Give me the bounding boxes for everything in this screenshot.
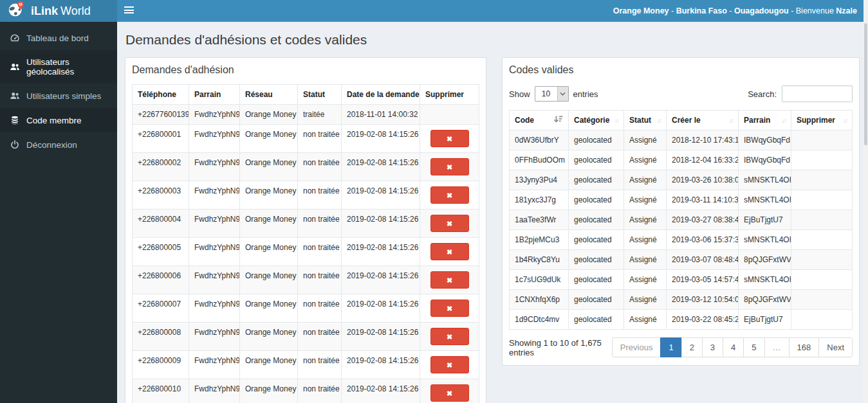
cell-statut: Assigné [624,210,667,230]
scrollbar-thumb[interactable] [864,23,867,145]
sidebar-item-tableau-de-bord[interactable]: Tableau de bord [0,26,117,50]
cell-telephone: +22677600139 [133,105,189,125]
membership-requests-panel-title: Demandes d'adhésion [125,58,486,84]
cell-code: 1CNXhfqX6p [510,290,569,310]
sortable-column-header[interactable]: Statut↓↑ [624,111,667,130]
sortable-column-header[interactable]: Parrain↓↑ [739,111,791,130]
cell-parrain: FwdhzYphN9 [189,379,240,403]
cell-statut: non traitée [298,379,342,403]
cell-parrain: EjBuTjgtU7 [739,210,791,230]
column-header[interactable]: Réseau [240,85,298,105]
cell-parrain: FwdhzYphN9 [189,181,240,210]
delete-button[interactable]: ✖ [430,158,469,175]
entries-select[interactable]: 10 [535,86,569,102]
sortable-column-header[interactable]: Supprimer↓↑ [791,111,853,130]
delete-button[interactable]: ✖ [430,243,469,260]
cell-parrain: 8pQJGFxtWV [739,290,791,310]
sidebar-toggle-hamburger-icon[interactable] [124,6,134,15]
cell-cree-le: 2019-03-11 14:10:36 [667,190,739,210]
cell-categorie: geolocated [569,170,624,190]
cell-categorie: geolocated [569,290,624,310]
valid-codes-table: CodeCatégorie↓↑Statut↓↑Créer le↓↑Parrain… [509,110,853,330]
sidebar-item-code-membre[interactable]: Code membre [0,108,117,132]
cell-statut: Assigné [624,250,667,270]
table-row: 1B2pjeMCu3geolocatedAssigné2019-03-06 15… [510,230,853,250]
show-label: Show [509,89,530,99]
delete-button[interactable]: ✖ [430,384,469,402]
cell-supprimer [791,230,853,250]
pagination-button-1[interactable]: 1 [660,337,681,357]
table-row: +226800003FwdhzYphN9Orange Moneynon trai… [133,181,479,210]
cell-supprimer: ✖ [420,323,479,351]
sidebar-item-utilisateurs-simples[interactable]: Utilisateurs simples [0,84,117,108]
user-info-segment: - [727,6,734,15]
sidebar-item-deconnexion[interactable]: Déconnexion [0,132,117,157]
user-info-segment: Nzale [836,6,857,15]
vertical-scrollbar[interactable] [863,0,868,403]
column-header-label: Statut [629,116,651,125]
cell-supprimer [791,270,853,290]
sortable-column-header[interactable]: Catégorie↓↑ [569,111,624,130]
pagination-button-next[interactable]: Next [818,337,853,357]
cell-cree-le: 2018-12-10 17:43:11 [667,130,739,150]
cell-date: 2019-02-08 14:15:26 [342,266,420,294]
sortable-column-header[interactable]: Créer le↓↑ [667,111,739,130]
cell-cree-le: 2019-03-26 10:38:08 [667,170,739,190]
cell-statut: Assigné [624,270,667,290]
column-header[interactable]: Supprimer [420,85,479,105]
pagination-button-5[interactable]: 5 [743,337,764,357]
column-header[interactable]: Statut [298,85,342,105]
cell-statut: Assigné [624,170,667,190]
cell-parrain: EjBuTjgtU7 [739,310,791,330]
table-row: +226800006FwdhzYphN9Orange Moneynon trai… [133,266,479,294]
cell-telephone: +226800005 [133,238,189,266]
cell-reseau: Orange Money [240,210,298,238]
sidebar-item-utilisateurs-geolocalises[interactable]: Utilisateurs géolocalisés [0,50,117,84]
cell-parrain: 8pQJGFxtWV [739,250,791,270]
column-header-label: Créer le [672,116,701,125]
delete-button[interactable]: ✖ [430,300,469,317]
membership-requests-panel: Demandes d'adhésion TéléphoneParrainRése… [125,57,486,403]
cell-statut: non traitée [298,125,342,153]
table-row: +226800009FwdhzYphN9Orange Moneynon trai… [133,351,479,379]
delete-button[interactable]: ✖ [430,356,469,373]
delete-button[interactable]: ✖ [430,271,469,289]
svg-text:$: $ [20,2,22,6]
cell-categorie: geolocated [569,150,624,170]
cell-cree-le: 2019-03-12 10:54:00 [667,290,739,310]
cell-supprimer: ✖ [420,351,479,379]
column-header[interactable]: Parrain [189,85,240,105]
page-length-control: Show 10 entries [509,86,598,102]
column-header[interactable]: Date de la demande [342,85,420,105]
search-input[interactable] [782,85,853,102]
chevron-down-icon [557,87,568,101]
cell-parrain: FwdhzYphN9 [189,266,240,294]
pagination-button-168[interactable]: 168 [789,337,820,357]
cell-telephone: +226800003 [133,181,189,210]
delete-button[interactable]: ✖ [430,130,469,147]
sortable-column-header[interactable]: Code [510,111,569,130]
database-icon [10,115,21,125]
cell-supprimer: ✖ [420,210,479,238]
cell-categorie: geolocated [569,210,624,230]
cell-telephone: +226800007 [133,294,189,323]
column-header[interactable]: Téléphone [133,85,189,105]
brand[interactable]: $ iLinkWorld [0,0,117,22]
search-label: Search: [748,89,777,99]
cell-telephone: +226800009 [133,351,189,379]
delete-button[interactable]: ✖ [430,186,469,204]
delete-button[interactable]: ✖ [430,328,469,345]
pagination-button-previous[interactable]: Previous [612,337,661,357]
cell-statut: non traitée [298,181,342,210]
delete-button[interactable]: ✖ [430,215,469,232]
table-row: +226800005FwdhzYphN9Orange Moneynon trai… [133,238,479,266]
table-row: +226800008FwdhzYphN9Orange Moneynon trai… [133,323,479,351]
pagination-button-4[interactable]: 4 [723,337,744,357]
pagination-button-3[interactable]: 3 [702,337,723,357]
cell-reseau: Orange Money [240,351,298,379]
pagination-button-2[interactable]: 2 [681,337,703,357]
cell-statut: non traitée [298,238,342,266]
table-row: 181yxc3J7ggeolocatedAssigné2019-03-11 14… [510,190,853,210]
cell-statut: Assigné [624,150,667,170]
cell-date: 2018-11-01 14:00:32 [342,105,420,125]
